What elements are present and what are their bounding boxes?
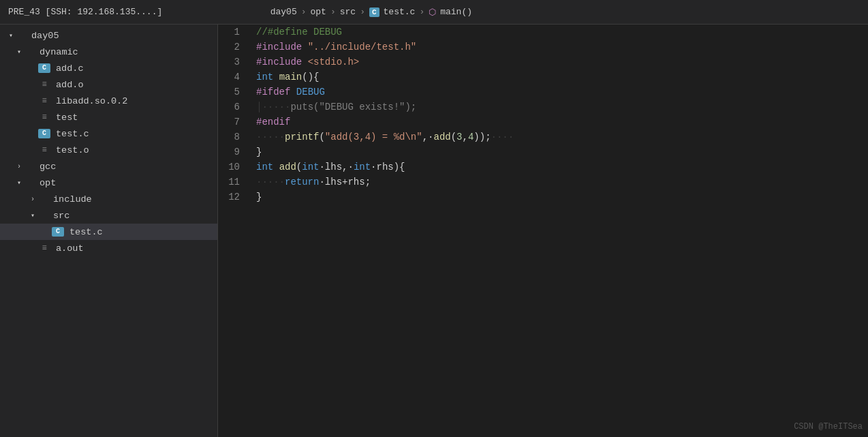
o-icon-test: ≡ [38,112,50,122]
line-content-7: #endif [251,115,868,130]
arrow-gcc: › [14,163,25,170]
line-num-8: 8 [218,130,251,145]
sidebar-label-test: test [56,112,78,123]
sidebar-item-aout[interactable]: ≡ a.out [0,240,217,256]
line-content-1: //#define DEBUG [251,25,868,40]
code-line-4: 4 int main(){ [218,70,868,85]
line-num-4: 4 [218,70,251,85]
breadcrumb-main: main() [440,7,472,17]
code-line-12: 12 } [218,190,868,205]
arrow-opt: ▾ [14,179,25,187]
sidebar-label-addc: add.c [56,63,84,74]
sidebar-item-addc[interactable]: C add.c [0,60,217,76]
line-content-11: ·····return·lhs+rhs; [251,175,868,190]
breadcrumb-sep3: › [330,7,336,17]
line-content-9: } [251,145,868,160]
c-icon-testc-src: C [52,227,64,237]
sidebar-label-src: src [53,211,69,221]
sidebar-label-include: include [53,194,92,205]
sidebar-item-testc-src[interactable]: C test.c [0,224,217,240]
sidebar-item-opt[interactable]: ▾ opt [0,175,217,191]
sidebar-item-addo[interactable]: ≡ add.o [0,76,217,93]
o-icon-testo: ≡ [38,145,50,155]
line-content-2: #include "../include/test.h" [251,40,868,55]
breadcrumb-opt: opt [311,7,326,17]
line-num-5: 5 [218,85,251,100]
breadcrumb-src: src [340,7,356,17]
sidebar[interactable]: ▾ day05 ▾ dynamic C add.c ≡ add.o ≡ liba… [0,25,218,437]
line-content-5: #ifdef DEBUG [251,85,868,100]
sidebar-label-libadd: libadd.so.0.2 [56,96,127,106]
breadcrumb-sep5: › [419,7,424,17]
sidebar-item-gcc[interactable]: › gcc [0,158,217,175]
code-line-11: 11 ·····return·lhs+rhs; [218,175,868,190]
sidebar-item-include[interactable]: › include [0,191,217,207]
line-num-10: 10 [218,160,251,175]
breadcrumb-sep2: › [301,7,307,17]
line-num-2: 2 [218,40,251,55]
o-icon-addo: ≡ [38,80,50,89]
c-icon-testc-dynamic: C [38,129,50,138]
arrow-src: ▾ [27,211,38,220]
breadcrumb-testc: test.c [384,7,416,17]
c-icon-addc: C [38,63,50,73]
code-line-2: 2 #include "../include/test.h" [218,40,868,55]
sidebar-item-testo[interactable]: ≡ test.o [0,142,217,158]
code-line-9: 9 } [218,145,868,160]
workspace-label: PRE_43 [SSH: 192.168.135....] [8,7,162,17]
code-line-7: 7 #endif [218,115,868,130]
line-num-11: 11 [218,175,251,190]
sidebar-label-testc-dynamic: test.c [56,129,89,139]
breadcrumb-sep4: › [360,7,365,17]
sidebar-label-testc-src: test.c [69,227,103,237]
arrow-day05: ▾ [5,31,16,40]
arrow-dynamic: ▾ [14,48,25,56]
main-layout: ▾ day05 ▾ dynamic C add.c ≡ add.o ≡ liba… [0,25,868,437]
sidebar-label-aout: a.out [56,243,84,254]
sidebar-item-libadd[interactable]: ≡ libadd.so.0.2 [0,93,217,109]
code-line-10: 10 int add(int·lhs,·int·rhs){ [218,160,868,175]
code-line-5: 5 #ifdef DEBUG [218,85,868,100]
line-num-3: 3 [218,55,251,70]
sidebar-item-src[interactable]: ▾ src [0,207,217,224]
code-container: 1 //#define DEBUG 2 #include "../include… [218,25,868,205]
breadcrumb-sep1 [170,7,266,17]
line-content-6: │·····puts("DEBUG exists!"); [251,100,868,115]
breadcrumb-c-icon: C [369,7,379,17]
sidebar-label-day05: day05 [31,31,59,41]
line-num-9: 9 [218,145,251,160]
breadcrumb-day05: day05 [270,7,297,17]
breadcrumb-func-icon: ⬡ [429,7,436,18]
line-content-12: } [251,190,868,205]
sidebar-item-day05[interactable]: ▾ day05 [0,27,217,44]
breadcrumb: day05 › opt › src › C test.c › ⬡ main() [169,7,472,18]
code-line-8: 8 ·····printf("add(3,4) = %d\n",·add(3,4… [218,130,868,145]
line-content-10: int add(int·lhs,·int·rhs){ [251,160,868,175]
sidebar-item-dynamic[interactable]: ▾ dynamic [0,44,217,60]
line-content-8: ·····printf("add(3,4) = %d\n",·add(3,4))… [251,130,868,145]
code-line-3: 3 #include <stdio.h> [218,55,868,70]
sidebar-label-gcc: gcc [40,162,56,172]
sidebar-label-addo: add.o [56,80,84,90]
sidebar-item-test[interactable]: ≡ test [0,109,217,125]
sidebar-label-testo: test.o [56,145,89,155]
line-content-3: #include <stdio.h> [251,55,868,70]
line-content-4: int main(){ [251,70,868,85]
code-line-6: 6 │·····puts("DEBUG exists!"); [218,100,868,115]
line-num-1: 1 [218,25,251,40]
top-bar: PRE_43 [SSH: 192.168.135....] day05 › op… [0,0,868,25]
line-num-6: 6 [218,100,251,115]
o-icon-libadd: ≡ [38,96,50,106]
line-num-7: 7 [218,115,251,130]
o-icon-aout: ≡ [38,243,50,253]
sidebar-item-testc-dynamic[interactable]: C test.c [0,125,217,142]
sidebar-label-opt: opt [40,178,56,188]
line-num-12: 12 [218,190,251,205]
watermark: CSDN @TheITSea [794,422,863,432]
code-line-1: 1 //#define DEBUG [218,25,868,40]
sidebar-label-dynamic: dynamic [40,47,78,57]
editor-area[interactable]: 1 //#define DEBUG 2 #include "../include… [218,25,868,437]
arrow-include: › [27,196,38,203]
